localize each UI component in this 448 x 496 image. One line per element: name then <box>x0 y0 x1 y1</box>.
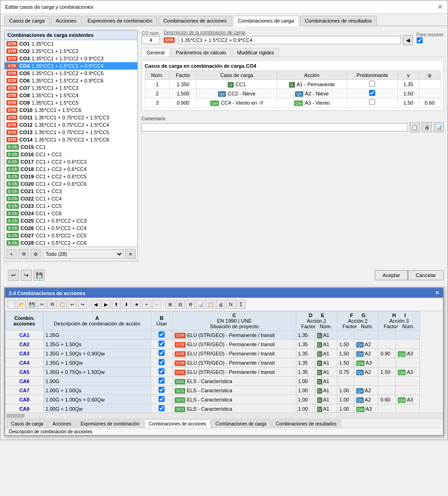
usar-checkbox[interactable] <box>159 387 165 393</box>
tab-combinaciones-carga[interactable]: Combinaciones de carga <box>233 16 299 26</box>
cell-usar[interactable] <box>151 404 172 413</box>
sub-tab-comb-resultados[interactable]: Combinaciones de resultados <box>271 419 341 428</box>
tb-c4[interactable]: 📊 <box>196 300 205 309</box>
tb-b2[interactable]: ▶ <box>101 300 111 309</box>
tb-open[interactable]: 📂 <box>17 300 26 309</box>
cancelar-button[interactable]: Cancelar <box>408 270 444 280</box>
predominante-checkbox[interactable] <box>369 90 375 96</box>
para-resolver-checkbox[interactable] <box>417 37 423 43</box>
list-item[interactable]: STRCO91.35*CC1 + 1.5*CC5 <box>5 99 137 106</box>
comment-input[interactable] <box>141 123 408 131</box>
icon-btn-2[interactable]: 📊 <box>434 122 444 132</box>
sub-tab-parametros[interactable]: Parámetros de cálculo <box>171 48 231 57</box>
tb-save[interactable]: 💾 <box>27 300 36 309</box>
cell-usar[interactable] <box>151 331 172 340</box>
cell-predominante[interactable] <box>347 89 398 98</box>
tb-b4[interactable]: ⬇ <box>122 300 131 309</box>
list-item[interactable]: S ChCO18CC1 + CC2 + 0.6*CC4 <box>5 165 137 173</box>
aceptar-button[interactable]: Aceptar <box>375 270 408 280</box>
list-item[interactable]: S ChCO21CC1 + CC3 <box>5 188 137 195</box>
sub-tab-general[interactable]: General <box>141 48 170 57</box>
usar-checkbox[interactable] <box>159 359 165 365</box>
list-item[interactable]: STRCO111.35*CC1 + 0.75*CC2 + 1.5*CC3 <box>5 114 137 121</box>
predominante-checkbox[interactable] <box>369 99 375 105</box>
tab-acciones[interactable]: Acciones <box>51 16 82 25</box>
list-item[interactable]: S ChCO15CC1 <box>5 143 137 151</box>
predominante-checkbox[interactable] <box>369 81 375 87</box>
undo-button[interactable]: ↩ <box>8 270 19 281</box>
sub-tab-comb-acciones[interactable]: Combinaciones de acciones <box>144 419 210 428</box>
sub-tab-expresiones[interactable]: Expresiones de combinación <box>77 419 144 428</box>
list-item[interactable]: STRCO11.35*CC1 <box>5 40 137 47</box>
list-item[interactable]: S ChCO28CC1 + 0.5*CC2 + CC6 <box>5 239 137 247</box>
tb-b5[interactable]: ★ <box>132 300 141 309</box>
cell-usar[interactable] <box>151 377 172 386</box>
usar-checkbox[interactable] <box>159 341 165 347</box>
list-item[interactable]: STRCO41.35*CC1 + 1.5*CC2 + 0.9*CC4 <box>5 62 137 70</box>
tb-b7[interactable]: - <box>152 300 161 309</box>
sub-tab-casos[interactable]: Casos de carga <box>7 419 47 428</box>
tb-copy[interactable]: ⧉ <box>47 300 57 309</box>
tb-c3[interactable]: ⚙ <box>186 300 195 309</box>
cell-usar[interactable] <box>151 340 172 349</box>
tb-c5[interactable]: 📋 <box>206 300 215 309</box>
cell-usar[interactable] <box>151 386 172 395</box>
list-item[interactable]: S ChCO22CC1 + CC4 <box>5 195 137 202</box>
tb-c2[interactable]: ⊟ <box>176 300 185 309</box>
tab-expresiones[interactable]: Expresiones de combinación <box>83 16 158 25</box>
sub-close-button[interactable]: ✕ <box>435 290 439 296</box>
list-item[interactable]: S ChCO23CC1 + CC5 <box>5 202 137 210</box>
tab-combinaciones-acciones[interactable]: Combinaciones de acciones <box>158 16 232 25</box>
sub-tab-rigidez[interactable]: Modificar rigidez <box>232 48 279 57</box>
main-close-button[interactable]: ✕ <box>437 3 443 11</box>
horizontal-scrollbar[interactable] <box>5 413 443 418</box>
list-item[interactable]: STRCO71.35*CC1 + 1.5*CC3 <box>5 84 137 92</box>
co-num-input[interactable] <box>141 36 160 44</box>
redo-button[interactable]: ↪ <box>21 270 32 281</box>
cell-predominante[interactable] <box>347 80 398 89</box>
combinations-list[interactable]: STRCO11.35*CC1STRCO21.35*CC1 + 1.5*CC2ST… <box>5 40 137 247</box>
tb-b1[interactable]: ◀ <box>91 300 100 309</box>
list-item[interactable]: STRCO141.35*CC1 + 0.75*CC2 + 1.5*CC6 <box>5 136 137 143</box>
tb-new[interactable]: 📄 <box>7 300 16 309</box>
usar-checkbox[interactable] <box>159 378 165 384</box>
cell-predominante[interactable] <box>347 98 398 107</box>
tb-paste[interactable]: 📋 <box>58 300 67 309</box>
desc-arrow-button[interactable]: ◀ <box>403 35 413 45</box>
list-item[interactable]: S ChCO16CC1 + CC2 <box>5 151 137 158</box>
list-item[interactable]: S ChCO24CC1 + CC6 <box>5 210 137 217</box>
cell-usar[interactable] <box>151 358 172 367</box>
spreadsheet-wrapper[interactable]: Combin.acciones ADescripción de combinac… <box>5 311 443 413</box>
comment-button[interactable]: 📋 <box>410 122 420 132</box>
list-item[interactable]: S ChCO17CC1 + CC2 + 0.6*CC3 <box>5 158 137 165</box>
list-item[interactable]: S ChCO26CC1 + 0.5*CC2 + CC4 <box>5 224 137 232</box>
desc-input[interactable] <box>178 36 401 44</box>
sub-tab-acciones[interactable]: Acciones <box>48 419 76 428</box>
list-item[interactable]: STRCO131.35*CC1 + 0.75*CC2 + 1.5*CC5 <box>5 129 137 136</box>
save-button[interactable]: 💾 <box>34 270 45 281</box>
tb-c1[interactable]: ⊞ <box>165 300 175 309</box>
icon-btn-1[interactable]: 🖨 <box>422 122 432 132</box>
tb-fx[interactable]: fx <box>226 300 236 309</box>
settings-item-button[interactable]: ⚙ <box>30 249 41 259</box>
list-item[interactable]: S ChCO20CC1 + CC2 + 0.6*CC6 <box>5 180 137 188</box>
cell-usar[interactable] <box>151 395 172 404</box>
list-item[interactable]: S ChCO27CC1 + 0.5*CC2 + CC5 <box>5 232 137 239</box>
tb-cut[interactable]: ✂ <box>37 300 47 309</box>
list-item[interactable]: STRCO21.35*CC1 + 1.5*CC2 <box>5 47 137 55</box>
sub-tab-comb-carga[interactable]: Combinaciones de carga <box>212 419 271 428</box>
usar-checkbox[interactable] <box>159 331 165 337</box>
list-item[interactable]: STRCO61.35*CC1 + 1.5*CC2 + 0.9*CC6 <box>5 77 137 84</box>
tb-b3[interactable]: ⬆ <box>112 300 121 309</box>
usar-checkbox[interactable] <box>159 368 165 374</box>
list-item[interactable]: STRCO101.35*CC1 + 1.5*CC6 <box>5 106 137 114</box>
copy-item-button[interactable]: ⧉ <box>18 249 29 259</box>
list-item[interactable]: S ChCO25CC1 + 0.5*CC2 + CC3 <box>5 217 137 224</box>
filter-select[interactable]: Todo (28) <box>42 249 124 259</box>
tab-combinaciones-resultados[interactable]: Combinaciones de resultados <box>300 16 377 25</box>
tb-undo[interactable]: ↩ <box>68 300 77 309</box>
list-item[interactable]: S ChCO19CC1 + CC2 + 0.6*CC5 <box>5 173 137 180</box>
tab-casos-carga[interactable]: Casos de carga <box>4 16 50 25</box>
usar-checkbox[interactable] <box>159 350 165 356</box>
tb-redo[interactable]: ↪ <box>78 300 87 309</box>
